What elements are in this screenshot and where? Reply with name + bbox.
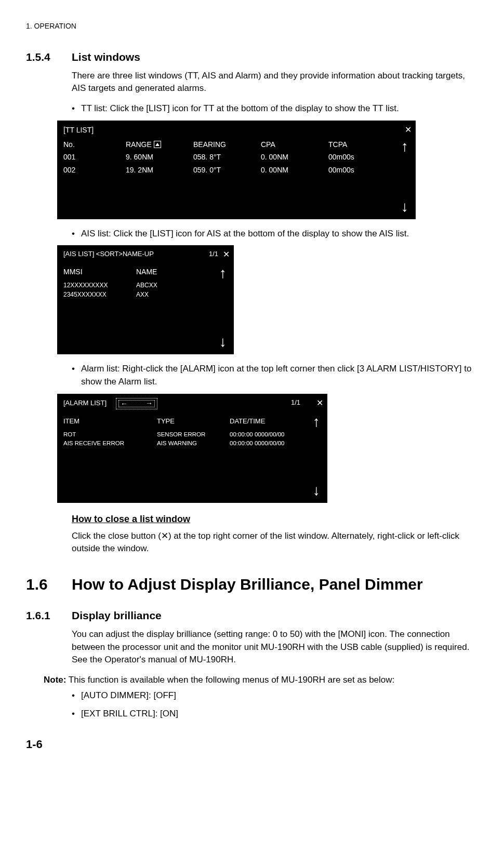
section-title: How to Adjust Display Brilliance, Panel … <box>72 573 423 596</box>
section-title: Display brilliance <box>72 608 162 623</box>
tt-cell-range: 9. 60NM <box>126 152 193 162</box>
sort-up-icon[interactable] <box>154 141 161 148</box>
alarm-header-item: ITEM <box>63 417 157 427</box>
table-row: 12XXXXXXXXX ABCXX <box>57 281 234 290</box>
scroll-down-icon[interactable]: ↓ <box>313 483 320 498</box>
ais-panel-page: 1/1 <box>209 249 218 259</box>
alarm-list-panel: ✕ [ALARM LIST] → ← 1/1 ITEM TYPE DATE/TI… <box>57 394 327 503</box>
alarm-header-date: DATE/TIME <box>230 417 308 427</box>
tt-list-panel: ✕ [TT LIST] No. RANGE BEARING CPA TCPA 0… <box>57 121 416 219</box>
bullet-text: [EXT BRILL CTRL]: [ON] <box>81 708 178 721</box>
bullet-text: TT list: Click the [LIST] icon for TT at… <box>81 102 399 115</box>
scroll-lr-icon[interactable]: → ← <box>116 398 157 409</box>
alarm-panel-title-row: [ALARM LIST] → ← 1/1 <box>57 394 327 411</box>
tt-cell-no: 002 <box>63 165 126 175</box>
tt-cell-bearing: 058. 8°T <box>193 152 261 162</box>
note-text: This function is available when the foll… <box>66 675 394 685</box>
tt-cell-cpa: 0. 00NM <box>261 165 328 175</box>
section-intro: There are three list windows (TT, AIS an… <box>72 70 478 95</box>
chapter-header: 1. OPERATION <box>26 21 478 31</box>
close-paragraph: Click the close button (✕) at the top ri… <box>72 530 478 555</box>
ais-header-mmsi: MMSI <box>63 267 136 277</box>
bullet-alarm-list: • Alarm list: Right-click the [ALARM] ic… <box>72 363 478 388</box>
close-icon[interactable]: ✕ <box>405 124 412 136</box>
section-number: 1.5.4 <box>26 49 72 65</box>
ais-panel-title-row: [AIS LIST] <SORT>NAME-UP 1/1 <box>57 245 234 261</box>
alarm-header-row: ITEM TYPE DATE/TIME <box>57 411 327 431</box>
ais-cell-name: AXX <box>136 290 188 299</box>
note-line: Note: This function is available when th… <box>44 674 478 687</box>
tt-panel-title: [TT LIST] <box>57 121 416 137</box>
bullet-ext-brill: • [EXT BRILL CTRL]: [ON] <box>72 708 478 721</box>
bullet-tt-list: • TT list: Click the [LIST] icon for TT … <box>72 102 478 115</box>
alarm-cell-type: SENSOR ERROR <box>157 430 230 439</box>
bullet-ais-list: • AIS list: Click the [LIST] icon for AI… <box>72 228 478 241</box>
brilliance-paragraph: You can adjust the display brilliance (s… <box>72 628 478 667</box>
section-title: List windows <box>72 49 140 65</box>
section-number: 1.6 <box>26 573 72 596</box>
alarm-cell-item: ROT <box>63 430 157 439</box>
section-1-6-1-heading: 1.6.1 Display brilliance <box>26 608 478 623</box>
bullet-dot: • <box>72 708 81 721</box>
alarm-cell-date: 00:00:00 0000/00/00 <box>230 439 318 448</box>
table-row: 001 9. 60NM 058. 8°T 0. 00NM 00m00s <box>57 150 416 162</box>
ais-header-row: MMSI NAME <box>57 261 234 281</box>
tt-cell-tcpa: 00m00s <box>328 152 380 162</box>
ais-list-panel: ✕ [AIS LIST] <SORT>NAME-UP 1/1 MMSI NAME… <box>57 245 234 354</box>
tt-cell-range: 19. 2NM <box>126 165 193 175</box>
scroll-up-icon[interactable]: ↑ <box>219 266 227 281</box>
chevron-right-icon: → <box>145 398 153 408</box>
tt-header-no: No. <box>63 139 126 150</box>
bullet-auto-dimmer: • [AUTO DIMMER]: [OFF] <box>72 689 478 702</box>
scroll-up-icon[interactable]: ↑ <box>313 415 320 429</box>
alarm-panel-title: [ALARM LIST] <box>63 398 107 408</box>
tt-cell-no: 001 <box>63 152 126 162</box>
section-1-5-4-heading: 1.5.4 List windows <box>26 49 478 65</box>
bullet-dot: • <box>72 689 81 702</box>
table-row: 002 19. 2NM 059. 0°T 0. 00NM 00m00s <box>57 163 416 175</box>
bullet-dot: • <box>72 363 81 388</box>
bullet-text: [AUTO DIMMER]: [OFF] <box>81 689 176 702</box>
scroll-down-icon[interactable]: ↓ <box>401 199 408 214</box>
ais-header-name: NAME <box>136 267 188 277</box>
alarm-header-type: TYPE <box>157 417 230 427</box>
tt-header-tcpa: TCPA <box>328 139 380 150</box>
ais-cell-name: ABCXX <box>136 281 188 290</box>
tt-header-bearing: BEARING <box>193 139 261 150</box>
alarm-cell-date: 00:00:00 0000/00/00 <box>230 430 318 439</box>
scroll-up-icon[interactable]: ↑ <box>401 139 408 154</box>
chevron-left-icon: ← <box>121 398 128 409</box>
section-number: 1.6.1 <box>26 608 72 623</box>
close-icon[interactable]: ✕ <box>223 248 230 260</box>
ais-cell-mmsi: 12XXXXXXXXX <box>63 281 136 290</box>
tt-header-range: RANGE <box>126 139 193 150</box>
table-row: ROT SENSOR ERROR 00:00:00 0000/00/00 <box>57 430 327 439</box>
bullet-text: Alarm list: Right-click the [ALARM] icon… <box>81 363 478 388</box>
note-label: Note: <box>44 675 66 685</box>
alarm-panel-page: 1/1 <box>291 398 300 408</box>
tt-cell-cpa: 0. 00NM <box>261 152 328 162</box>
tt-header-cpa: CPA <box>261 139 328 150</box>
subsection-close-title: How to close a list window <box>72 512 478 526</box>
alarm-cell-item: AIS RECEIVE ERROR <box>63 439 157 448</box>
tt-header-row: No. RANGE BEARING CPA TCPA <box>57 137 416 150</box>
page-number: 1-6 <box>26 736 478 753</box>
ais-cell-mmsi: 2345XXXXXXX <box>63 290 136 299</box>
tt-cell-bearing: 059. 0°T <box>193 165 261 175</box>
tt-cell-tcpa: 00m00s <box>328 165 380 175</box>
table-row: 2345XXXXXXX AXX <box>57 290 234 299</box>
table-row: AIS RECEIVE ERROR AIS WARNING 00:00:00 0… <box>57 439 327 448</box>
ais-panel-title: [AIS LIST] <SORT>NAME-UP <box>63 249 154 259</box>
bullet-dot: • <box>72 102 81 115</box>
bullet-dot: • <box>72 228 81 241</box>
section-1-6-heading: 1.6 How to Adjust Display Brilliance, Pa… <box>26 573 478 596</box>
scroll-down-icon[interactable]: ↓ <box>219 335 227 349</box>
alarm-cell-type: AIS WARNING <box>157 439 230 448</box>
bullet-text: AIS list: Click the [LIST] icon for AIS … <box>81 228 409 241</box>
